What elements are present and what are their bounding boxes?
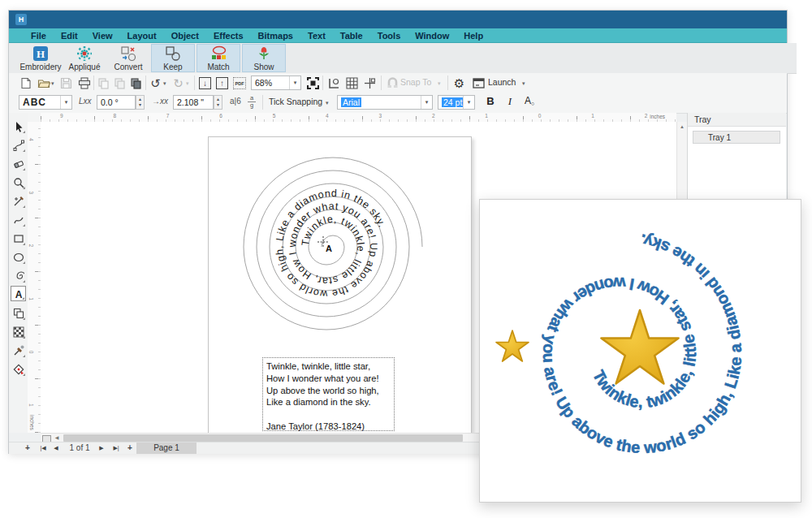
applique-button[interactable]: Appliqué [63, 44, 106, 72]
pattern-fill-tool-icon[interactable] [11, 324, 26, 339]
menu-view[interactable]: View [85, 28, 120, 43]
add-page-button[interactable]: + [22, 442, 33, 454]
letter-style-button[interactable]: A○ [522, 95, 537, 106]
add-page-button-2[interactable]: + [124, 442, 136, 454]
last-page-button[interactable]: ▶| [110, 442, 123, 454]
print-button[interactable] [77, 76, 91, 90]
zoom-combobox[interactable]: 68% ▾ [251, 76, 301, 90]
rectangle-tool-icon[interactable] [11, 231, 26, 246]
letter-kerning-icon[interactable]: a|6 [230, 97, 241, 106]
baseline-offset-input[interactable]: 2.108 " [173, 95, 214, 110]
ellipse-tool-icon[interactable] [11, 249, 26, 265]
first-page-button[interactable]: |◀ [37, 442, 50, 454]
fill-color-tool-icon[interactable] [11, 361, 26, 377]
eyedropper-tool-icon[interactable] [11, 343, 26, 358]
import-machine-file-button[interactable]: ↓ [199, 77, 211, 89]
show-grid-button[interactable] [345, 76, 359, 90]
scrollbar-thumb[interactable] [63, 434, 463, 442]
spiral-tool-icon[interactable] [11, 268, 26, 283]
open-dropdown[interactable]: ▾ [51, 80, 54, 87]
menu-window[interactable]: Window [408, 28, 456, 43]
menu-file[interactable]: File [24, 28, 54, 43]
shapes-tool-icon[interactable] [11, 305, 26, 321]
launch-dropdown[interactable]: ▾ [522, 80, 525, 87]
new-design-button[interactable] [19, 76, 32, 90]
font-size-dropdown-icon[interactable]: ▾ [463, 96, 474, 109]
baseline-angle-input[interactable]: 0.0 ° [97, 95, 136, 110]
freehand-tool-icon[interactable] [11, 212, 26, 227]
line-spacing-icon[interactable]: ag [248, 95, 256, 109]
scroll-up-icon[interactable]: ▲ [677, 122, 687, 132]
baseline-dropdown-icon[interactable]: ▾ [60, 96, 71, 109]
redo-dropdown[interactable]: ▾ [186, 80, 189, 87]
open-design-button[interactable] [37, 76, 50, 90]
embroidery-button[interactable]: H Embroidery [19, 44, 62, 72]
redo-button[interactable]: ↻ [171, 76, 185, 90]
export-machine-file-button[interactable]: ↑ [216, 77, 228, 89]
titlebar: H [9, 11, 787, 28]
menu-tools[interactable]: Tools [370, 28, 408, 43]
baseline-angle-icon: Lxx [79, 97, 92, 106]
previous-page-button[interactable]: ◀ [51, 442, 61, 454]
settings-gear-icon[interactable]: ⚙ [452, 76, 466, 90]
menu-object[interactable]: Object [164, 28, 206, 43]
baseline-shape-combobox[interactable]: ABC ▾ [19, 95, 72, 110]
eraser-tool-icon[interactable] [11, 156, 26, 171]
tray-panel-header[interactable]: Tray [688, 113, 786, 127]
baseline-offset-icon: →xx [152, 97, 168, 106]
zoom-to-fit-button[interactable] [306, 76, 320, 90]
font-size-value: 24 pt [442, 97, 463, 107]
next-page-button[interactable]: ▶ [97, 442, 106, 454]
launch-label[interactable]: Launch [488, 77, 516, 87]
export-pdf-button[interactable]: PDF [233, 77, 246, 89]
tick-snapping-label[interactable]: Tick Snapping [269, 97, 322, 106]
menu-edit[interactable]: Edit [54, 28, 85, 43]
font-combobox[interactable]: Arial ▾ [337, 95, 433, 110]
menu-bitmaps[interactable]: Bitmaps [251, 28, 300, 43]
keep-button[interactable]: Keep [151, 44, 195, 72]
match-button[interactable]: Match [197, 44, 240, 72]
poem-text-block[interactable]: Twinkle, twinkle, little star, How I won… [262, 357, 395, 431]
zoom-dropdown-icon[interactable]: ▾ [289, 76, 300, 89]
horizontal-ruler-unit: inches [650, 114, 665, 119]
zoom-tool-icon[interactable] [11, 175, 26, 190]
paste-button[interactable] [97, 76, 110, 90]
convert-button[interactable]: Convert [107, 44, 149, 72]
app-logo-icon: H [15, 14, 27, 25]
font-size-combobox[interactable]: 24 pt ▾ [438, 95, 475, 110]
italic-button[interactable]: I [503, 95, 517, 108]
undo-button[interactable]: ↺ [149, 76, 162, 90]
menu-effects[interactable]: Effects [206, 28, 251, 43]
reshape-tool-icon[interactable] [11, 137, 26, 153]
snap-icon[interactable] [386, 76, 400, 90]
menu-help[interactable]: Help [456, 28, 490, 43]
menu-table[interactable]: Table [333, 28, 370, 43]
menu-layout[interactable]: Layout [120, 28, 164, 43]
copy-to-tray-button[interactable] [129, 76, 143, 90]
show-button[interactable]: Show [242, 44, 286, 72]
copy-button[interactable] [113, 76, 127, 90]
show-flower-icon [256, 45, 272, 62]
page-tab[interactable]: Page 1 [136, 442, 197, 454]
undo-dropdown[interactable]: ▾ [163, 80, 166, 87]
launch-icon[interactable] [472, 76, 486, 90]
show-hoop-button[interactable] [327, 76, 341, 90]
show-rulers-guides-button[interactable] [363, 76, 377, 90]
select-tool-icon[interactable] [11, 119, 26, 134]
design-page[interactable]: Twinkle, twinkle, little star, How I won… [208, 136, 472, 433]
font-dropdown-icon[interactable]: ▾ [421, 96, 432, 109]
save-design-button[interactable] [59, 76, 73, 90]
tray-item-tab[interactable]: Tray 1 [693, 131, 780, 144]
measure-tool-icon[interactable] [11, 193, 26, 209]
snap-to-dropdown[interactable]: ▾ [438, 80, 441, 87]
svg-text:H: H [37, 48, 45, 60]
embroidery-preview-artwork: Twinkle, twinkle, little star, How I won… [480, 200, 799, 500]
embroidery-preview-card: Twinkle, twinkle, little star, How I won… [479, 199, 801, 503]
menu-text[interactable]: Text [300, 28, 333, 43]
bold-button[interactable]: B [483, 95, 498, 107]
baseline-angle-value: 0.0 ° [97, 97, 135, 107]
baseline-angle-spinner[interactable]: ▴▾ [136, 95, 145, 110]
baseline-offset-spinner[interactable]: ▴▾ [214, 95, 222, 110]
lettering-tool-icon[interactable]: A [11, 286, 26, 301]
tick-snapping-dropdown[interactable]: ▾ [326, 100, 329, 106]
